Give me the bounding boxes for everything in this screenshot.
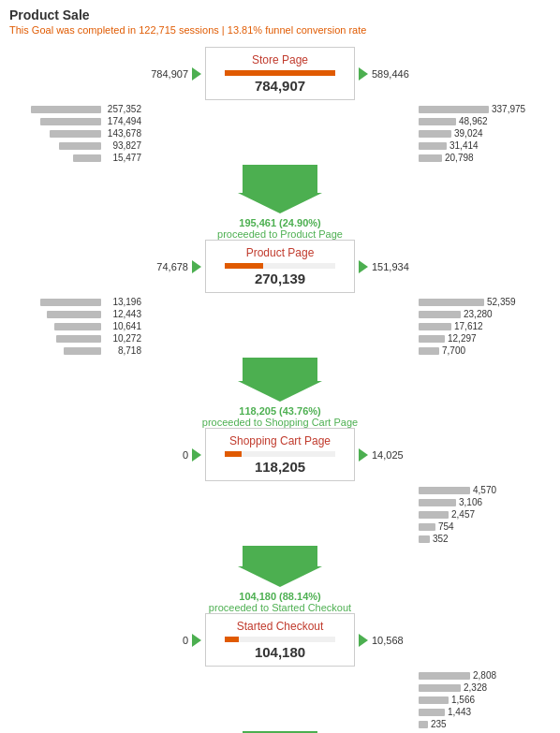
- right-number-3: 10,568: [372, 635, 404, 646]
- right-bar-label-1-4: 7,700: [442, 345, 465, 356]
- left-bar-label-0-1: 174,494: [104, 116, 141, 126]
- details-right-1: 52,35923,28017,61212,2977,700: [405, 297, 551, 356]
- proceed-label-1: proceeded to Shopping Cart Page: [202, 417, 358, 428]
- progress-bar-fill-1: [225, 263, 263, 269]
- right-bar-label-3-4: 235: [431, 719, 447, 729]
- right-bar-label-3-3: 1,443: [448, 707, 471, 717]
- progress-bar-container-3: [225, 637, 335, 642]
- left-side-0: 784,907: [56, 67, 201, 81]
- details-right-0: 337,97548,96239,02431,41420,798: [405, 104, 551, 163]
- left-bar-label-1-2: 10,641: [104, 321, 141, 331]
- left-bar-label-0-4: 15,477: [104, 153, 141, 163]
- right-bar-rect-3-3: [419, 709, 445, 716]
- right-bar-rect-3-0: [419, 672, 470, 680]
- right-bar-label-0-1: 48,962: [459, 116, 488, 126]
- right-bar-rect-0-3: [419, 142, 447, 150]
- left-bar-rect-1-1: [47, 311, 101, 318]
- right-bar-label-2-1: 3,106: [459, 497, 482, 507]
- right-bar-rect-0-4: [419, 154, 442, 162]
- right-bar-rect-0-0: [419, 106, 489, 113]
- right-bar-label-2-3: 754: [438, 521, 454, 532]
- right-bar-row-3-3: 1,443: [419, 707, 471, 717]
- right-bar-row-2-1: 3,106: [419, 497, 482, 507]
- right-bar-row-2-3: 754: [419, 521, 454, 532]
- step-row-2: 0Shopping Cart Page118,20514,025: [9, 428, 551, 481]
- right-bar-label-0-0: 337,975: [492, 104, 525, 114]
- right-bar-label-1-2: 17,612: [454, 321, 483, 331]
- proceed-percent-2: 104,180 (88.14%): [239, 591, 320, 602]
- right-bar-row-3-0: 2,808: [419, 670, 496, 681]
- right-number-0: 589,446: [372, 68, 409, 80]
- left-bar-row-1-3: 10,272: [56, 333, 141, 344]
- step-row-3: 0Started Checkout104,18010,568: [9, 613, 551, 667]
- right-bar-label-2-2: 2,457: [451, 509, 475, 520]
- right-bar-row-0-3: 31,414: [419, 140, 479, 151]
- right-bar-row-1-0: 52,359: [419, 297, 516, 307]
- arrow-right-out-0: [359, 67, 368, 81]
- spacer-3: [155, 670, 405, 729]
- right-bar-rect-1-4: [419, 347, 439, 355]
- left-bar-label-0-3: 93,827: [104, 140, 141, 151]
- progress-bar-fill-3: [225, 637, 239, 642]
- left-side-2: 0: [56, 448, 201, 462]
- arrow-right-3: [192, 634, 201, 647]
- right-bar-rect-3-2: [419, 696, 449, 704]
- details-right-3: 2,8082,3281,5661,443235: [405, 670, 551, 729]
- details-right-2: 4,5703,1062,457754352: [405, 485, 551, 544]
- left-bar-rect-0-3: [59, 142, 101, 150]
- right-bar-rect-3-1: [419, 684, 461, 692]
- right-bar-rect-0-1: [419, 118, 456, 125]
- right-bar-row-1-3: 12,297: [419, 333, 477, 344]
- arrow-right-1: [192, 260, 201, 273]
- node-value-0: 784,907: [225, 78, 335, 94]
- progress-bar-container-2: [225, 451, 335, 457]
- right-bar-row-1-2: 17,612: [419, 321, 483, 331]
- right-bar-row-1-1: 23,280: [419, 309, 493, 319]
- left-bar-label-0-2: 143,678: [104, 128, 141, 139]
- arrow-right-2: [192, 448, 201, 462]
- right-bar-rect-2-2: [419, 511, 449, 519]
- step-row-1: 74,678Product Page270,139151,934: [9, 240, 551, 293]
- neck-bar-1: [243, 358, 317, 381]
- left-bar-label-1-4: 8,718: [104, 345, 141, 356]
- funnel-step-3: 0Started Checkout104,18010,5682,8082,328…: [9, 613, 551, 729]
- right-bar-label-1-3: 12,297: [448, 333, 477, 344]
- proceed-percent-0: 195,461 (24.90%): [239, 217, 320, 228]
- spacer-0: [155, 104, 405, 163]
- left-bar-label-0-0: 257,352: [104, 104, 141, 114]
- right-bar-row-0-1: 48,962: [419, 116, 488, 126]
- left-bar-row-0-0: 257,352: [31, 104, 141, 114]
- proceed-text-0: 195,461 (24.90%)proceeded to Product Pag…: [217, 217, 343, 240]
- details-left-2: [9, 485, 155, 544]
- page-title: Product Sale: [9, 7, 551, 22]
- right-side-1: 151,934: [359, 260, 504, 273]
- left-bar-rect-0-4: [73, 154, 101, 162]
- right-bar-row-3-1: 2,328: [419, 682, 487, 693]
- funnel-step-1: 74,678Product Page270,139151,93413,19612…: [9, 240, 551, 356]
- progress-bar-container-1: [225, 263, 335, 269]
- right-bar-label-3-0: 2,808: [473, 670, 496, 681]
- spacer-1: [155, 297, 405, 356]
- left-bar-label-1-1: 12,443: [104, 309, 141, 319]
- right-bar-row-0-0: 337,975: [419, 104, 525, 114]
- right-bar-row-3-2: 1,566: [419, 695, 475, 705]
- funnel-container: 784,907Store Page784,907589,446257,35217…: [9, 47, 551, 733]
- left-bar-row-0-4: 15,477: [73, 153, 141, 163]
- left-bar-rect-1-2: [54, 323, 101, 330]
- left-bar-rect-1-3: [56, 335, 101, 343]
- left-bar-rect-0-1: [40, 118, 101, 125]
- node-value-2: 118,205: [225, 459, 335, 475]
- left-bar-row-1-1: 12,443: [47, 309, 141, 319]
- neck-container-1: [238, 358, 322, 402]
- proceed-label-2: proceeded to Started Checkout: [209, 602, 351, 613]
- step-row-0: 784,907Store Page784,907589,446: [9, 47, 551, 100]
- right-bar-row-1-4: 7,700: [419, 345, 465, 356]
- left-bar-row-0-3: 93,827: [59, 140, 141, 151]
- right-bar-rect-1-2: [419, 323, 451, 330]
- left-bar-rect-1-0: [40, 299, 101, 306]
- right-bar-label-3-1: 2,328: [464, 682, 487, 693]
- arrow-right-out-1: [359, 260, 368, 273]
- right-side-3: 10,568: [359, 634, 504, 647]
- right-bar-label-1-0: 52,359: [487, 297, 516, 307]
- neck-container-0: [238, 165, 322, 213]
